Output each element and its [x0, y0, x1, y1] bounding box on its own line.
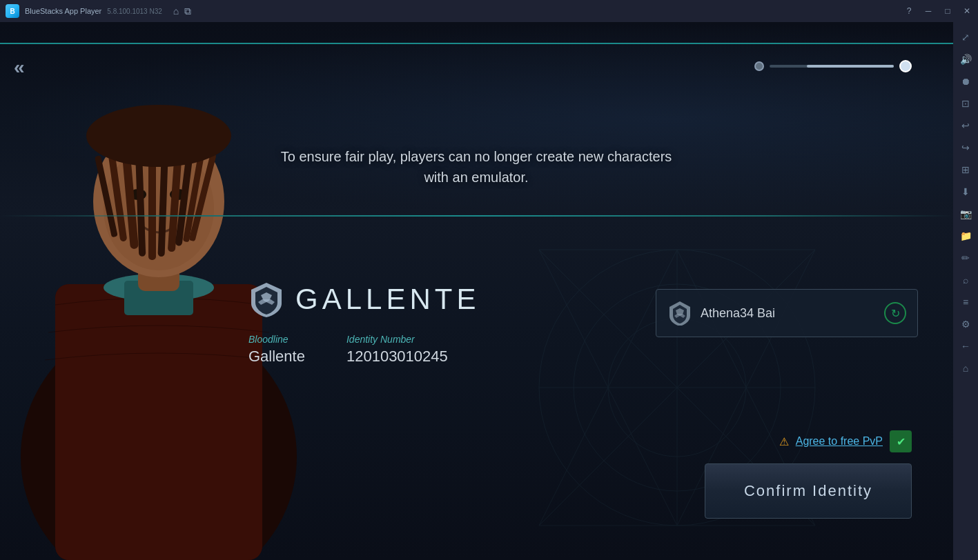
sidebar-icon-edit[interactable]: ✏ [956, 248, 975, 268]
sidebar-icon-home[interactable]: ⌂ [956, 359, 975, 378]
character-name-text: Athena34 Bai [701, 306, 876, 321]
pvp-check-button[interactable]: ✔ [890, 430, 912, 452]
bloodline-value: Gallente [248, 348, 305, 366]
char-name-shield-icon [667, 301, 692, 326]
maximize-button[interactable]: □ [942, 6, 953, 17]
slider-fill [807, 65, 894, 68]
bottom-controls: ⚠ Agree to free PvP ✔ Confirm Identity [705, 430, 912, 519]
identity-value: 120103010245 [346, 348, 448, 366]
titlebar-left: B BlueStacks App Player 5.8.100.1013 N32… [6, 4, 191, 18]
bluestacks-logo: B [6, 4, 19, 18]
sidebar-icon-layers[interactable]: ≡ [956, 292, 975, 312]
titlebar-nav: ⌂ ⧉ [173, 6, 191, 17]
sidebar-icon-apps[interactable]: ⊞ [956, 160, 975, 179]
confirm-identity-button[interactable]: Confirm Identity [705, 463, 912, 519]
top-banner [0, 43, 953, 44]
faction-header: GALLENTE [248, 281, 635, 317]
slider-thumb-right[interactable] [899, 60, 912, 72]
minimize-button[interactable]: ─ [923, 6, 934, 17]
warning-box: To ensure fair play, players can no long… [228, 146, 725, 188]
sidebar-icon-record[interactable]: ⏺ [956, 72, 975, 91]
home-icon[interactable]: ⌂ [173, 6, 179, 17]
multiinstance-icon[interactable]: ⧉ [184, 6, 191, 17]
app-version: 5.8.100.1013 N32 [107, 8, 162, 15]
confirm-button-label: Confirm Identity [744, 482, 872, 500]
game-area: « To ensure fair play, players can no lo… [0, 22, 953, 560]
pvp-link[interactable]: Agree to free PvP [796, 435, 883, 448]
faction-name: GALLENTE [295, 283, 480, 316]
top-slider[interactable] [754, 60, 912, 72]
identity-group: Identity Number 120103010245 [346, 334, 448, 366]
slider-track[interactable] [770, 65, 894, 68]
sidebar-icon-undo[interactable]: ↩ [956, 116, 975, 135]
right-sidebar: ⤢ 🔊 ⏺ ⊡ ↩ ↪ ⊞ ⬇ 📷 📁 ✏ ⌕ ≡ ⚙ ← ⌂ [953, 22, 978, 560]
sidebar-icon-settings[interactable]: ⚙ [956, 314, 975, 334]
sidebar-icon-store[interactable]: ⬇ [956, 182, 975, 201]
titlebar: B BlueStacks App Player 5.8.100.1013 N32… [0, 0, 978, 22]
close-button[interactable]: ✕ [961, 6, 972, 17]
slider-thumb-left[interactable] [754, 61, 764, 71]
app-title: BlueStacks App Player [25, 7, 101, 15]
sidebar-icon-volume[interactable]: 🔊 [956, 50, 975, 69]
sidebar-icon-back[interactable]: ← [956, 337, 975, 356]
sidebar-icon-camera[interactable]: 📷 [956, 204, 975, 223]
svg-point-29 [86, 105, 231, 167]
sidebar-icon-folder[interactable]: 📁 [956, 226, 975, 246]
sidebar-icon-redo[interactable]: ↪ [956, 138, 975, 157]
faction-shield-icon [248, 281, 284, 317]
sidebar-icon-search[interactable]: ⌕ [956, 270, 975, 290]
identity-label: Identity Number [346, 334, 448, 345]
info-panel: GALLENTE Bloodline Gallente Identity Num… [228, 217, 918, 430]
character-name-field[interactable]: Athena34 Bai ↻ [656, 289, 918, 337]
bloodline-label: Bloodline [248, 334, 305, 345]
sidebar-icon-screenshot[interactable]: ⊡ [956, 94, 975, 113]
faction-section: GALLENTE Bloodline Gallente Identity Num… [228, 268, 656, 379]
refresh-name-button[interactable]: ↻ [884, 302, 906, 324]
info-details: Bloodline Gallente Identity Number 12010… [248, 334, 635, 366]
help-button[interactable]: ? [903, 6, 915, 17]
warning-text: To ensure fair play, players can no long… [228, 146, 725, 188]
warning-icon: ⚠ [779, 435, 789, 448]
pvp-row: ⚠ Agree to free PvP ✔ [779, 430, 912, 452]
sidebar-icon-expand[interactable]: ⤢ [956, 28, 975, 47]
back-button[interactable]: « [14, 57, 25, 79]
bloodline-group: Bloodline Gallente [248, 334, 305, 366]
